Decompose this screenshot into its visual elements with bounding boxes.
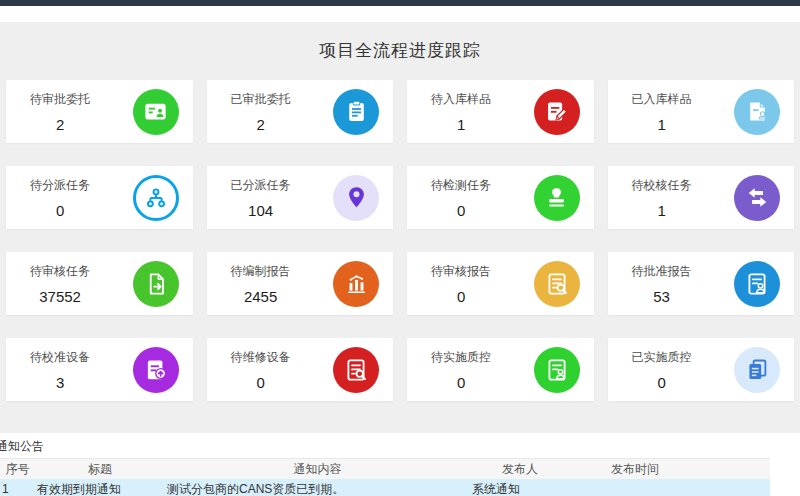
stat-card[interactable]: 待校准设备3: [6, 338, 193, 401]
stat-card-text: 已实施质控0: [608, 349, 716, 391]
stat-card-value: 1: [407, 116, 515, 133]
doc-search-icon: [534, 261, 580, 307]
stat-card-text: 待检测任务0: [407, 177, 515, 219]
stat-card-value: 1: [608, 116, 716, 133]
stat-card[interactable]: 已入库样品1: [608, 80, 795, 143]
location-pin-icon: [333, 175, 379, 221]
id-card-icon: [133, 89, 179, 135]
stat-card-value: 0: [407, 202, 515, 219]
notice-table-cell: [570, 479, 700, 496]
stat-card-label: 待审核报告: [407, 263, 515, 280]
stat-card-text: 待入库样品1: [407, 91, 515, 133]
doc-search-icon: [333, 347, 379, 393]
stat-card-value: 2455: [207, 288, 315, 305]
stat-card[interactable]: 待实施质控0: [407, 338, 594, 401]
stat-card-value: 3: [6, 374, 114, 391]
notice-column-header: [700, 459, 770, 480]
stat-card-text: 待校准设备3: [6, 349, 114, 391]
stat-card-text: 待实施质控0: [407, 349, 515, 391]
stat-card-label: 待校核任务: [608, 177, 716, 194]
stat-card[interactable]: 待分派任务0: [6, 166, 193, 229]
stat-card-label: 待入库样品: [407, 91, 515, 108]
stat-card-value: 2: [6, 116, 114, 133]
stat-card-label: 待校准设备: [6, 349, 114, 366]
notice-column-header: 发布时间: [570, 459, 700, 480]
stat-card[interactable]: 已审批委托2: [207, 80, 394, 143]
stat-card-label: 待审批委托: [6, 91, 114, 108]
stat-card[interactable]: 待编制报告2455: [207, 252, 394, 315]
stat-card-value: 2: [207, 116, 315, 133]
stat-card-text: 待维修设备0: [207, 349, 315, 391]
stat-card-text: 待分派任务0: [6, 177, 114, 219]
swap-arrows-icon: [734, 175, 780, 221]
stat-card-label: 待维修设备: [207, 349, 315, 366]
stat-card-label: 已审批委托: [207, 91, 315, 108]
stat-card-label: 已分派任务: [207, 177, 315, 194]
stat-card-label: 待实施质控: [407, 349, 515, 366]
notice-column-header: 发布人: [470, 459, 570, 480]
stat-card[interactable]: 已实施质控0: [608, 338, 795, 401]
stat-card-text: 待批准报告53: [608, 263, 716, 305]
notice-column-header: 序号: [0, 459, 35, 480]
stat-card-value: 0: [407, 374, 515, 391]
notice-section-title: 通知公告: [0, 438, 800, 455]
page-title: 项目全流程进度跟踪: [0, 22, 800, 80]
stat-card[interactable]: 待审核报告0: [407, 252, 594, 315]
doc-person-icon: [734, 261, 780, 307]
stat-card[interactable]: 待校核任务1: [608, 166, 795, 229]
notice-table-cell: 系统通知: [470, 479, 570, 496]
notice-table-row[interactable]: 1有效期到期通知测试分包商的CANS资质已到期。系统通知: [0, 479, 770, 496]
doc-stamp-icon: [734, 89, 780, 135]
stat-card-text: 待审核任务37552: [6, 263, 114, 305]
stat-card-value: 0: [207, 374, 315, 391]
stat-card-text: 已分派任务104: [207, 177, 315, 219]
stat-card[interactable]: 待检测任务0: [407, 166, 594, 229]
stat-card-text: 待校核任务1: [608, 177, 716, 219]
stat-card-value: 0: [608, 374, 716, 391]
org-chart-icon: [133, 175, 179, 221]
doc-upload-icon: [133, 347, 179, 393]
notice-section: 通知公告 序号标题通知内容发布人发布时间 1有效期到期通知测试分包商的CANS资…: [0, 433, 800, 496]
stat-card-label: 已入库样品: [608, 91, 716, 108]
stat-card[interactable]: 已分派任务104: [207, 166, 394, 229]
notice-table-cell: 测试分包商的CANS资质已到期。: [165, 479, 470, 496]
stat-card-label: 待分派任务: [6, 177, 114, 194]
header-spacer: [0, 6, 800, 22]
stat-card-label: 待检测任务: [407, 177, 515, 194]
stat-card[interactable]: 待维修设备0: [207, 338, 394, 401]
doc-person-icon: [534, 347, 580, 393]
stat-card-value: 37552: [6, 288, 114, 305]
stat-card-label: 待审核任务: [6, 263, 114, 280]
stat-card-text: 待审核报告0: [407, 263, 515, 305]
stat-card-value: 1: [608, 202, 716, 219]
notice-table-cell: 1: [0, 479, 35, 496]
dashboard-content: 项目全流程进度跟踪 待审批委托2已审批委托2待入库样品1已入库样品1待分派任务0…: [0, 22, 800, 433]
clipboard-icon: [333, 89, 379, 135]
doc-edit-icon: [534, 89, 580, 135]
notice-column-header: 通知内容: [165, 459, 470, 480]
stat-card-value: 104: [207, 202, 315, 219]
stamp-icon: [534, 175, 580, 221]
stat-card-label: 已实施质控: [608, 349, 716, 366]
stat-card-text: 已审批委托2: [207, 91, 315, 133]
stat-cards-grid: 待审批委托2已审批委托2待入库样品1已入库样品1待分派任务0已分派任务104待检…: [6, 80, 794, 401]
stat-card-value: 0: [407, 288, 515, 305]
notice-table-cell: [700, 479, 770, 496]
stat-card-label: 待编制报告: [207, 263, 315, 280]
stat-card[interactable]: 待审核任务37552: [6, 252, 193, 315]
stat-card-value: 0: [6, 202, 114, 219]
stat-card[interactable]: 待审批委托2: [6, 80, 193, 143]
stat-card-text: 待编制报告2455: [207, 263, 315, 305]
notice-table-cell: 有效期到期通知: [35, 479, 165, 496]
copy-icon: [734, 347, 780, 393]
stat-card-label: 待批准报告: [608, 263, 716, 280]
stat-card-value: 53: [608, 288, 716, 305]
notice-table: 序号标题通知内容发布人发布时间 1有效期到期通知测试分包商的CANS资质已到期。…: [0, 458, 770, 496]
notice-column-header: 标题: [35, 459, 165, 480]
bar-chart-icon: [333, 261, 379, 307]
stat-card[interactable]: 待入库样品1: [407, 80, 594, 143]
stat-card-text: 待审批委托2: [6, 91, 114, 133]
stat-card[interactable]: 待批准报告53: [608, 252, 795, 315]
doc-arrow-icon: [133, 261, 179, 307]
stat-card-text: 已入库样品1: [608, 91, 716, 133]
